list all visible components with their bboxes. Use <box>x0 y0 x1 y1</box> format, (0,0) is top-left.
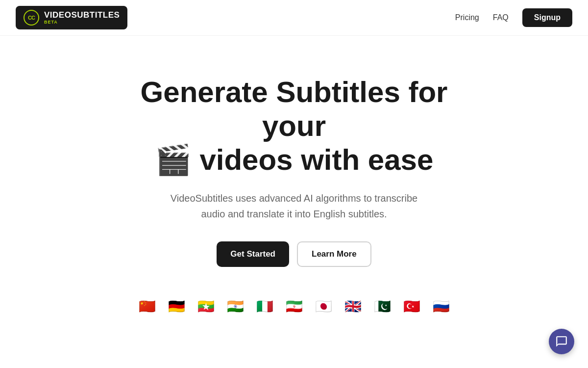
hero-title-line1: Generate Subtitles for your <box>141 76 448 142</box>
nav-faq[interactable]: FAQ <box>493 13 509 22</box>
logo-cc-badge: CC <box>24 10 39 26</box>
hero-title: Generate Subtitles for your 🎬 videos wit… <box>122 75 466 177</box>
flag-germany: 🇩🇪 <box>162 296 191 316</box>
flag-japan: 🇯🇵 <box>309 296 338 316</box>
hero-subtitle: VideoSubtitles uses advanced AI algorith… <box>167 190 421 222</box>
flag-uk: 🇬🇧 <box>338 296 368 316</box>
flag-turkey: 🇹🇷 <box>397 296 426 316</box>
flag-india: 🇮🇳 <box>220 296 250 316</box>
nav-links: Pricing FAQ Signup <box>455 8 572 27</box>
nav-signup-button[interactable]: Signup <box>522 8 572 27</box>
logo-text-wrap: VIDEOSUBTITLES BETA <box>44 11 120 25</box>
hero-buttons: Get Started Learn More <box>217 241 371 267</box>
chat-icon <box>555 335 568 348</box>
flag-russia: 🇷🇺 <box>426 296 456 316</box>
flag-china: 🇨🇳 <box>132 296 162 316</box>
flags-container: 🇨🇳 🇩🇪 🇲🇲 🇮🇳 🇮🇹 🇮🇷 🇯🇵 🇬🇧 🇵🇰 🇹🇷 🇷🇺 <box>132 296 456 316</box>
logo-beta: BETA <box>44 20 120 25</box>
flag-myanmar: 🇲🇲 <box>191 296 220 316</box>
nav-pricing[interactable]: Pricing <box>455 13 479 22</box>
navbar: CC VIDEOSUBTITLES BETA Pricing FAQ Signu… <box>0 0 588 36</box>
flag-iran: 🇮🇷 <box>279 296 309 316</box>
hero-section: Generate Subtitles for your 🎬 videos wit… <box>0 36 588 336</box>
chat-widget[interactable] <box>549 329 574 354</box>
learn-more-button[interactable]: Learn More <box>297 241 371 267</box>
hero-title-line2: videos with ease <box>199 143 433 176</box>
logo-text: VIDEOSUBTITLES <box>44 11 120 19</box>
flag-italy: 🇮🇹 <box>250 296 279 316</box>
flag-pakistan: 🇵🇰 <box>368 296 397 316</box>
logo[interactable]: CC VIDEOSUBTITLES BETA <box>16 6 127 29</box>
get-started-button[interactable]: Get Started <box>217 241 289 267</box>
hero-title-emoji: 🎬 <box>155 143 192 176</box>
